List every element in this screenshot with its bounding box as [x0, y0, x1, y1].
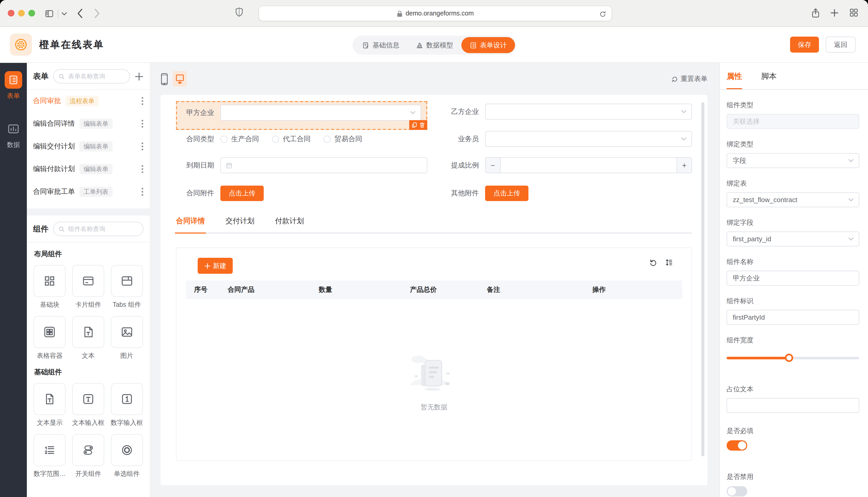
doc-edit-icon	[362, 42, 370, 49]
tab-overview-icon[interactable]	[850, 8, 858, 17]
commission-input[interactable]	[500, 158, 677, 173]
component-text-display[interactable]: 文本显示	[33, 383, 66, 427]
component-name-input[interactable]: 甲方企业	[727, 271, 859, 286]
second-party-select[interactable]	[485, 104, 692, 119]
reset-form-button[interactable]: 重置表单	[671, 74, 707, 84]
rail-item-data[interactable]: 数据	[5, 120, 22, 150]
component-search-input[interactable]	[54, 225, 143, 232]
component-width-handle[interactable]	[785, 354, 793, 362]
delete-widget-icon[interactable]	[419, 122, 425, 128]
column-header: 产品总价	[410, 285, 487, 294]
more-actions-icon[interactable]	[141, 119, 143, 128]
form-list-item[interactable]: 编辑交付计划 编辑表单	[33, 135, 143, 158]
copy-widget-icon[interactable]	[412, 122, 417, 128]
radio-trade-contract[interactable]: 贸易合同	[323, 134, 362, 144]
form-list-item[interactable]: 编辑合同详情 编辑表单	[33, 112, 143, 135]
address-bar[interactable]: demo.orangeforms.com	[259, 6, 612, 21]
privacy-shield-icon[interactable]	[235, 7, 243, 17]
canvas-scrollbar[interactable]	[701, 102, 704, 456]
form-search-input[interactable]	[54, 73, 129, 80]
component-tabs[interactable]: Tabs 组件	[110, 265, 143, 309]
more-actions-icon[interactable]	[141, 165, 143, 173]
radio-production-contract[interactable]: 生产合同	[220, 134, 259, 144]
other-upload-button[interactable]: 点击上传	[485, 186, 528, 201]
row-height-icon[interactable]	[664, 258, 673, 267]
bind-type-select[interactable]: 字段	[727, 153, 859, 168]
save-button[interactable]: 保存	[790, 37, 819, 53]
form-list-item[interactable]: 合同审批 流程表单	[33, 90, 143, 112]
zoom-window-button[interactable]	[28, 10, 35, 16]
component-type-input: 关联选择	[727, 114, 859, 129]
form-search-box[interactable]	[53, 69, 130, 84]
radio-circle-icon	[220, 135, 228, 143]
bind-table-select[interactable]: zz_test_flow_contract	[727, 192, 859, 207]
component-number-input[interactable]: 数字输入框	[110, 383, 143, 427]
component-switch[interactable]: 开关组件	[71, 434, 105, 479]
form-type-badge: 流程表单	[66, 96, 99, 106]
bind-field-select[interactable]: first_party_id	[727, 231, 859, 246]
lock-icon	[397, 10, 402, 17]
close-window-button[interactable]	[8, 10, 14, 16]
more-actions-icon[interactable]	[141, 97, 143, 105]
component-radio[interactable]: 单选组件	[110, 434, 143, 479]
component-key-input[interactable]: firstPartyId	[727, 310, 859, 325]
disabled-toggle[interactable]	[727, 486, 747, 496]
contract-upload-button[interactable]: 点击上传	[220, 186, 264, 201]
forward-button[interactable]	[94, 8, 101, 19]
component-table-container[interactable]: 表格容器	[33, 316, 66, 360]
add-form-icon[interactable]	[135, 72, 143, 81]
back-button[interactable]	[77, 8, 83, 19]
component-text-input[interactable]: 文本输入框	[71, 383, 105, 427]
tab-attributes[interactable]: 属性	[727, 63, 742, 90]
tab-delivery-plan[interactable]: 交付计划	[225, 216, 254, 226]
selected-widget-first-party[interactable]: 甲方企业	[176, 101, 427, 130]
component-image[interactable]: 图片	[110, 316, 143, 360]
tab-script[interactable]: 脚本	[761, 63, 777, 90]
tab-contract-detail[interactable]: 合同详情	[176, 216, 205, 226]
component-key-label: 组件标识	[727, 296, 859, 306]
component-search-box[interactable]	[53, 222, 143, 236]
component-card[interactable]: 卡片组件	[71, 265, 105, 309]
tab-payment-plan[interactable]: 付款计划	[275, 216, 304, 226]
placeholder-input[interactable]	[727, 398, 859, 413]
component-basic-block[interactable]: 基础块	[33, 265, 66, 309]
widget-actions	[409, 120, 427, 130]
component-width-label: 组件宽度	[727, 336, 859, 345]
required-toggle[interactable]	[727, 440, 747, 451]
chevron-down-icon[interactable]	[61, 12, 67, 16]
increment-button[interactable]: +	[677, 158, 691, 173]
new-tab-icon[interactable]	[830, 9, 839, 17]
component-width-slider[interactable]	[727, 354, 859, 362]
radio-oem-contract[interactable]: 代工合同	[272, 134, 311, 144]
tab-basic-info[interactable]: 基础信息	[354, 37, 408, 53]
number-range-icon	[43, 443, 56, 457]
field-label: 合同附件	[176, 189, 220, 198]
minimize-window-button[interactable]	[18, 10, 25, 16]
rail-item-forms[interactable]: 表单	[5, 71, 22, 101]
back-button-app[interactable]: 返回	[826, 37, 856, 53]
first-party-select[interactable]	[220, 105, 421, 120]
commission-stepper[interactable]: − +	[485, 157, 692, 173]
refresh-icon	[671, 75, 678, 82]
desktop-preview-toggle[interactable]	[173, 71, 187, 87]
due-date-input[interactable]	[220, 157, 427, 173]
mobile-preview-icon[interactable]	[161, 72, 168, 85]
radio-circle-icon	[272, 135, 279, 143]
reload-icon[interactable]	[599, 10, 606, 18]
share-icon[interactable]	[811, 8, 820, 18]
component-type-label: 组件类型	[727, 101, 859, 110]
more-actions-icon[interactable]	[141, 188, 143, 196]
decrement-button[interactable]: −	[486, 158, 500, 173]
sidebar-toggle-icon[interactable]	[44, 9, 54, 18]
form-design-canvas[interactable]: 甲方企业 乙方企业	[161, 95, 707, 485]
more-actions-icon[interactable]	[141, 142, 143, 151]
undo-icon[interactable]	[649, 258, 658, 267]
new-row-button[interactable]: 新建	[198, 258, 233, 274]
component-text[interactable]: 文本	[71, 316, 105, 360]
salesman-select[interactable]	[485, 131, 692, 147]
component-number-range[interactable]: 数字范围…	[33, 434, 66, 479]
tab-data-model[interactable]: 数据模型	[408, 37, 461, 53]
form-list-item[interactable]: 编辑付款计划 编辑表单	[33, 158, 143, 181]
tab-form-design[interactable]: 表单设计	[461, 37, 515, 53]
form-list-item[interactable]: 合同审批工单 工单列表	[33, 181, 143, 203]
